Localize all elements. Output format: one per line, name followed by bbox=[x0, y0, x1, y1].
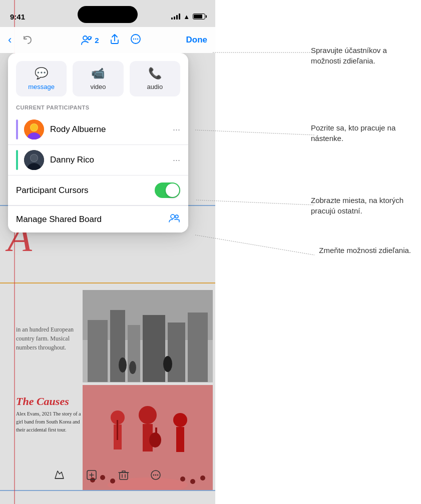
share-button[interactable] bbox=[109, 34, 120, 47]
manage-shared-board-row[interactable]: Manage Shared Board bbox=[8, 206, 188, 232]
toolbar-left: ‹ bbox=[8, 32, 36, 48]
pen-tool-button[interactable] bbox=[54, 469, 66, 484]
annotation-4: Zmeňte možnosti zdieľania. bbox=[319, 245, 411, 256]
participant-danny[interactable]: Danny Rico ··· bbox=[8, 145, 188, 175]
toolbar-center: 2 bbox=[81, 34, 141, 47]
wifi-icon: ▲ bbox=[183, 13, 190, 20]
audio-icon: 📞 bbox=[148, 67, 162, 80]
message-icon: 💬 bbox=[35, 67, 48, 80]
dropdown-panel: 💬 message 📹 video 📞 audio CURRENT PARTIC… bbox=[8, 53, 188, 232]
message-button[interactable]: 💬 message bbox=[16, 61, 67, 96]
svg-point-38 bbox=[31, 124, 38, 131]
rody-avatar bbox=[24, 120, 44, 140]
rody-name: Rody Albuerne bbox=[50, 124, 173, 134]
svg-point-43 bbox=[171, 214, 175, 218]
signal-bars-icon bbox=[171, 14, 180, 20]
done-button[interactable]: Done bbox=[186, 35, 207, 45]
svg-point-53 bbox=[155, 474, 157, 476]
annotation-3: Zobrazte miesta, na ktorých pracujú osta… bbox=[311, 195, 411, 216]
annotation-4-text: Zmeňte možnosti zdieľania. bbox=[319, 245, 411, 256]
annotations-area: Spravujte účastníkov a možnosti zdieľani… bbox=[215, 0, 421, 504]
svg-point-29 bbox=[83, 36, 87, 40]
svg-point-52 bbox=[153, 474, 155, 476]
audio-button[interactable]: 📞 audio bbox=[130, 61, 180, 96]
back-button[interactable]: ‹ bbox=[8, 34, 12, 46]
annotation-1-text: Spravujte účastníkov a možnosti zdieľani… bbox=[311, 45, 411, 66]
more-tools-button[interactable] bbox=[150, 469, 162, 484]
status-time: 9:41 bbox=[10, 12, 25, 21]
message-label: message bbox=[28, 83, 55, 90]
danny-more-button[interactable]: ··· bbox=[173, 155, 180, 166]
annotation-3-text: Zobrazte miesta, na ktorých pracujú osta… bbox=[311, 195, 411, 216]
video-label: video bbox=[90, 83, 106, 90]
battery-icon bbox=[193, 14, 205, 20]
annotation-2: Pozrite sa, kto pracuje na nástenke. bbox=[311, 122, 411, 144]
annotation-1: Spravujte účastníkov a možnosti zdieľani… bbox=[311, 45, 411, 66]
audio-label: audio bbox=[147, 83, 163, 90]
comm-buttons-group: 💬 message 📹 video 📞 audio bbox=[8, 61, 188, 104]
participant-cursors-row: Participant Cursors bbox=[8, 176, 188, 206]
bottom-toolbar bbox=[0, 464, 215, 489]
svg-point-44 bbox=[175, 215, 178, 218]
annotation-2-text: Pozrite sa, kto pracuje na nástenke. bbox=[311, 122, 411, 144]
danny-avatar bbox=[24, 150, 44, 170]
manage-icon bbox=[168, 213, 180, 226]
svg-point-34 bbox=[137, 38, 138, 39]
svg-point-33 bbox=[135, 38, 136, 39]
manage-label: Manage Shared Board bbox=[16, 214, 168, 224]
danny-name: Danny Rico bbox=[50, 155, 173, 165]
phone-area: A in an hundred European country farm. M… bbox=[0, 0, 215, 504]
status-icons: ▲ bbox=[171, 13, 205, 20]
section-label: CURRENT PARTICIPANTS bbox=[8, 104, 188, 114]
participants-button[interactable]: 2 bbox=[81, 34, 99, 46]
svg-point-42 bbox=[31, 154, 38, 162]
toggle-label: Participant Cursors bbox=[16, 186, 155, 196]
video-button[interactable]: 📹 video bbox=[73, 61, 123, 96]
svg-point-32 bbox=[133, 38, 134, 39]
add-button[interactable] bbox=[86, 469, 98, 484]
participant-cursors-toggle[interactable] bbox=[155, 182, 180, 198]
svg-rect-48 bbox=[120, 472, 128, 480]
main-toolbar: ‹ 2 bbox=[0, 27, 215, 53]
rody-indicator bbox=[16, 120, 18, 140]
svg-point-54 bbox=[157, 474, 159, 476]
undo-button[interactable] bbox=[20, 32, 36, 48]
participants-count: 2 bbox=[95, 36, 99, 44]
delete-button[interactable] bbox=[118, 469, 130, 484]
video-icon: 📹 bbox=[91, 67, 105, 80]
rody-more-button[interactable]: ··· bbox=[173, 124, 180, 135]
more-button[interactable] bbox=[130, 34, 141, 47]
toggle-knob bbox=[166, 184, 179, 197]
danny-indicator bbox=[16, 150, 18, 170]
dynamic-island bbox=[78, 6, 138, 23]
participant-rody[interactable]: Rody Albuerne ··· bbox=[8, 114, 188, 145]
